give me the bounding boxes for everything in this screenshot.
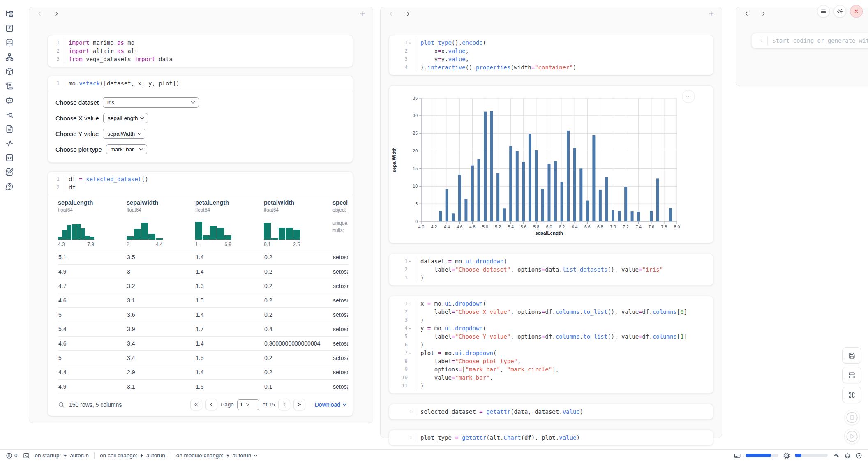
scroll-text-icon[interactable] [5,82,14,90]
line-number: 1 [48,79,64,88]
layout-button[interactable] [842,367,861,383]
function-square-icon[interactable] [5,24,14,32]
fold-chevron-icon[interactable] [408,302,412,306]
code-cell-plot-type: 1plot_type = getattr(alt.Chart(df), plot… [389,430,713,445]
code-editor[interactable]: 1mo.vstack([dataset, x, y, plot]) [48,76,353,91]
column-forward-icon[interactable] [760,11,766,17]
bot-message-icon[interactable] [5,96,14,104]
code-editor[interactable]: 1df = selected_dataset()2df [48,172,353,195]
table-cell: 4.9 [58,380,127,394]
terminal-icon[interactable] [23,452,30,459]
stop-button[interactable] [844,410,860,425]
code-editor[interactable]: 1dataset = mo.ui.dropdown(2 label="Choos… [389,254,713,285]
add-cell-button[interactable] [358,10,366,18]
activity-rail [0,0,19,191]
column-header-species[interactable]: speciesobjectunique:nulls: [332,195,348,250]
column-back-icon[interactable] [37,11,43,17]
line-number: 5 [389,332,416,341]
svg-text:sepalLength: sepalLength [535,230,563,235]
next-page-button[interactable] [278,399,290,410]
add-cell-button[interactable] [707,10,715,18]
list-search-icon[interactable] [5,111,14,119]
database-icon[interactable] [5,39,14,47]
command-palette-button[interactable] [842,387,861,403]
bot-icon[interactable] [844,452,851,459]
activity-icon[interactable] [5,139,14,148]
code-editor[interactable]: 1plot_type = getattr(alt.Chart(df), plot… [389,430,713,445]
column-forward-icon[interactable] [405,11,411,17]
on-cell-change-setting[interactable]: on cell change: autorun [100,452,165,459]
column-back-icon[interactable] [743,11,750,17]
code-editor[interactable]: 1plot_type().encode(2 x=x.value,3 y=y.va… [389,35,713,75]
status-bar-right [734,452,862,459]
column-header-sepalWidth[interactable]: sepalWidthfloat6424.4 [127,195,195,250]
prev-page-button[interactable] [205,399,217,410]
svg-text:35: 35 [413,96,418,101]
table-row[interactable]: 4.93.11.50.1setosa [58,380,348,394]
code-placeholder-input[interactable]: Start coding or generate with [768,37,868,45]
fold-chevron-icon[interactable] [408,351,412,355]
close-button[interactable] [850,5,863,18]
settings-button[interactable] [833,5,846,18]
sparkles-icon[interactable] [833,452,839,459]
on-startup-setting[interactable]: on startup: autorun [35,452,89,459]
last-page-button[interactable] [293,399,305,410]
menu-button[interactable] [817,5,830,18]
column-header-petalWidth[interactable]: petalWidthfloat640.12.5 [264,195,332,250]
save-button[interactable] [842,347,861,364]
table-cell: setosa [332,380,348,394]
table-row[interactable]: 53.41.50.2setosa [58,351,348,365]
table-row[interactable]: 5.43.91.70.4setosa [58,322,348,337]
zap-icon [139,453,144,458]
network-icon[interactable] [5,53,14,61]
on-module-change-setting[interactable]: on module change: autorun [176,452,259,459]
line-number: 4 [389,63,416,71]
notebook-pen-icon[interactable] [5,168,14,176]
fold-chevron-icon[interactable] [408,327,412,330]
table-row[interactable]: 4.42.91.40.2setosa [58,365,348,380]
code-editor[interactable]: 1selected_dataset = getattr(data, datase… [389,404,713,419]
table-cell: 3.4 [127,351,195,365]
code-cell-xy-plot-dropdowns: 1x = mo.ui.dropdown(2 label="Choose X va… [389,296,713,394]
column-forward-icon[interactable] [53,11,60,17]
cpu-usage-meter [795,454,828,457]
choose-y-value-select[interactable]: sepalWidth [103,129,145,139]
table-row[interactable]: 4.63.41.40.3000000000000004setosa [58,337,348,351]
table-row[interactable]: 5.13.51.40.2setosa [58,250,348,265]
table-row[interactable]: 4.63.11.50.2setosa [58,293,348,308]
generate-link[interactable]: generate [828,37,855,44]
code-editor[interactable]: 1import marimo as mo2import altair as al… [48,35,353,67]
choose-dataset-select[interactable]: iris [103,97,199,108]
first-page-button[interactable] [190,399,202,410]
table-summary: 150 rows, 5 columns [69,401,122,408]
help-circle-icon[interactable] [5,182,14,191]
column-header-sepalLength[interactable]: sepalLengthfloat644.37.9 [58,195,127,250]
column-back-icon[interactable] [388,11,394,17]
table-row[interactable]: 53.61.40.2setosa [58,308,348,322]
chart-menu-button[interactable] [682,90,695,103]
svg-text:6.8: 6.8 [597,224,603,229]
download-button[interactable]: Download [315,401,347,408]
choose-plot-type-select[interactable]: mark_bar [106,144,147,154]
page-count-label: of 15 [263,401,275,408]
code-editor[interactable]: 1x = mo.ui.dropdown(2 label="Choose X va… [389,296,713,393]
table-row[interactable]: 4.73.21.30.2setosa [58,279,348,293]
file-tree-icon[interactable] [5,10,14,18]
table-row[interactable]: 4.931.40.2setosa [58,265,348,279]
check-circle-icon[interactable] [856,452,862,459]
file-text-icon[interactable] [5,125,14,133]
table-cell: 0.4 [264,322,332,337]
fold-chevron-icon[interactable] [408,260,412,263]
empty-code-cell: 1 Start coding or generate with [751,33,868,48]
page-select[interactable]: 1 [237,399,259,410]
run-button[interactable] [844,429,860,444]
table-cell: 1.5 [195,380,264,394]
code-square-icon[interactable] [5,154,14,162]
fold-chevron-icon[interactable] [408,41,412,45]
choose-x-value-select[interactable]: sepalLength [103,113,148,123]
column-header-petalLength[interactable]: petalLengthfloat6416.9 [195,195,264,250]
search-icon[interactable] [58,401,65,408]
errors-indicator[interactable]: 0 [6,452,18,459]
bar-chart[interactable]: 4.04.24.44.64.85.05.25.45.65.86.06.26.46… [389,92,714,240]
package-box-icon[interactable] [5,67,14,76]
